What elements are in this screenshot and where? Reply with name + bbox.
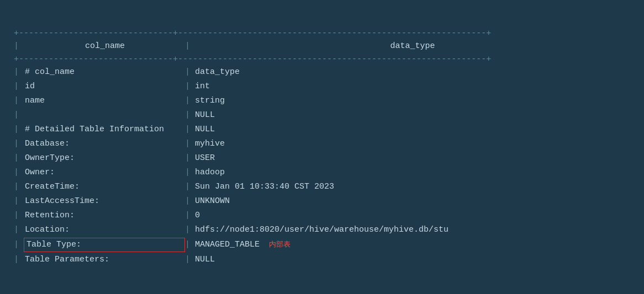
row-col2: NULL — [195, 123, 630, 136]
inner-table-label: 内部表 — [269, 240, 291, 248]
row-col1: CreateTime: — [24, 180, 185, 194]
row-col1: # col_name — [24, 66, 185, 79]
table-row: | Table Type: | MANAGED_TABLE 内部表 — [14, 237, 630, 253]
table-row: | name | string — [14, 94, 630, 108]
pipe-left: | — [14, 166, 24, 179]
managed-table-value: MANAGED_TABLE — [195, 240, 260, 249]
row-col2: int — [195, 80, 630, 93]
pipe-mid: | — [185, 66, 195, 79]
pipe-left: | — [14, 180, 24, 194]
pipe-left: | — [14, 238, 24, 252]
pipe-mid: | — [185, 137, 195, 151]
table-row: | LastAccessTime: | UNKNOWN — [14, 194, 630, 209]
table-container: +-------------------------------+-------… — [14, 28, 630, 267]
pipe-left: | — [14, 223, 24, 237]
table-row: | Table Parameters: | NULL — [14, 253, 630, 267]
row-col1: Table Parameters: — [24, 253, 185, 266]
pipe-mid: | — [185, 180, 195, 194]
table-row: | Owner: | hadoop — [14, 165, 630, 180]
table-row: | # col_name | data_type — [14, 65, 630, 79]
pipe-left: | — [14, 40, 24, 53]
table-type-col1: Table Type: — [24, 238, 185, 252]
pipe-mid: | — [185, 152, 195, 165]
divider-mid: +-------------------------------+-------… — [14, 54, 630, 65]
header-col1: col_name — [24, 40, 185, 53]
row-col1: Database: — [24, 137, 185, 151]
row-col2: NULL — [195, 109, 630, 122]
row-col1: LastAccessTime: — [24, 195, 185, 208]
pipe-left: | — [14, 253, 24, 266]
pipe-mid: | — [185, 209, 195, 222]
row-col2: NULL — [195, 253, 630, 266]
pipe-left: | — [14, 94, 24, 108]
row-col1: # Detailed Table Information — [24, 123, 185, 136]
row-col2: 0 — [195, 209, 630, 222]
pipe-left: | — [14, 195, 24, 208]
header-row: | col_name | data_type — [14, 39, 630, 54]
row-col1: Retention: — [24, 209, 185, 222]
table-row: | id | int — [14, 79, 630, 94]
row-col2: UNKNOWN — [195, 195, 630, 208]
row-col1: Owner: — [24, 166, 185, 179]
row-col2: Sun Jan 01 10:33:40 CST 2023 — [195, 180, 630, 194]
pipe-mid: | — [185, 195, 195, 208]
divider-top: +-------------------------------+-------… — [14, 28, 630, 39]
pipe-mid: | — [185, 40, 195, 53]
rows-container: | # col_name | data_type | id | int | na… — [14, 65, 630, 267]
pipe-mid: | — [185, 253, 195, 266]
pipe-mid: | — [185, 223, 195, 237]
pipe-mid: | — [185, 166, 195, 179]
table-row: | OwnerType: | USER — [14, 151, 630, 165]
table-type-col2: MANAGED_TABLE 内部表 — [195, 238, 630, 252]
row-col2: data_type — [195, 66, 630, 79]
pipe-mid: | — [185, 80, 195, 93]
pipe-mid: | — [185, 94, 195, 108]
table-row: | Retention: | 0 — [14, 209, 630, 223]
row-col2: USER — [195, 152, 630, 165]
row-col1: OwnerType: — [24, 152, 185, 165]
row-col2: hdfs://node1:8020/user/hive/warehouse/my… — [195, 223, 630, 237]
pipe-left: | — [14, 152, 24, 165]
pipe-left: | — [14, 123, 24, 136]
table-row: | # Detailed Table Information | NULL — [14, 122, 630, 137]
header-col2: data_type — [195, 40, 630, 53]
table-row: | | NULL — [14, 108, 630, 122]
pipe-left: | — [14, 137, 24, 151]
row-col1: name — [24, 94, 185, 108]
pipe-left: | — [14, 66, 24, 79]
pipe-mid: | — [185, 109, 195, 122]
pipe-mid: | — [185, 123, 195, 136]
table-row: | Location: | hdfs://node1:8020/user/hiv… — [14, 223, 630, 237]
pipe-left: | — [14, 80, 24, 93]
pipe-left: | — [14, 109, 24, 122]
terminal-window: +-------------------------------+-------… — [7, 22, 637, 272]
row-col1: Location: — [24, 223, 185, 237]
row-col1: id — [24, 80, 185, 93]
table-row: | Database: | myhive — [14, 137, 630, 151]
row-col2: hadoop — [195, 166, 630, 179]
table-row: | CreateTime: | Sun Jan 01 10:33:40 CST … — [14, 180, 630, 194]
pipe-left: | — [14, 209, 24, 222]
row-col2: myhive — [195, 137, 630, 151]
pipe-mid: | — [185, 238, 195, 252]
row-col2: string — [195, 94, 630, 108]
